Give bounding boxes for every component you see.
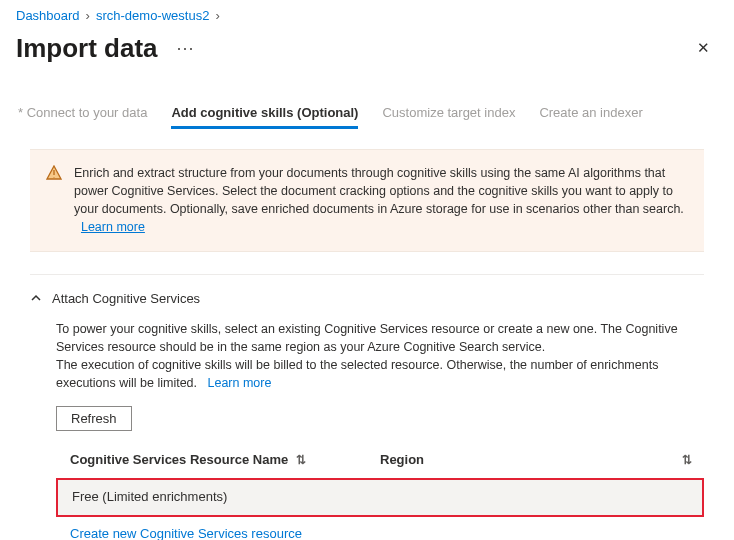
table-row[interactable]: Free (Limited enrichments) xyxy=(56,478,704,517)
cognitive-services-table: Cognitive Services Resource Name ⇅ Regio… xyxy=(56,445,704,540)
banner-learn-more-link[interactable]: Learn more xyxy=(81,220,145,234)
col-header-region[interactable]: Region ⇅ xyxy=(380,451,690,470)
resource-name-cell: Free (Limited enrichments) xyxy=(72,489,227,504)
attach-learn-more-link[interactable]: Learn more xyxy=(208,376,272,390)
breadcrumb-separator: › xyxy=(86,8,90,23)
breadcrumb-link-dashboard[interactable]: Dashboard xyxy=(16,8,80,23)
col-header-name[interactable]: Cognitive Services Resource Name ⇅ xyxy=(70,451,380,470)
attach-paragraph-1: To power your cognitive skills, select a… xyxy=(56,320,704,356)
tab-create-indexer[interactable]: Create an indexer xyxy=(539,105,642,129)
section-attach-cognitive-services: Attach Cognitive Services To power your … xyxy=(30,274,704,541)
breadcrumb-link-service[interactable]: srch-demo-westus2 xyxy=(96,8,209,23)
chevron-up-icon xyxy=(30,292,42,304)
sort-icon[interactable]: ⇅ xyxy=(296,452,304,469)
close-icon[interactable]: ✕ xyxy=(689,31,718,65)
more-icon[interactable]: ⋯ xyxy=(176,37,196,59)
breadcrumb: Dashboard › srch-demo-westus2 › xyxy=(0,0,734,27)
info-banner: Enrich and extract structure from your d… xyxy=(30,149,704,252)
section-body: To power your cognitive skills, select a… xyxy=(30,320,704,541)
banner-message: Enrich and extract structure from your d… xyxy=(74,166,684,216)
tab-customize-index[interactable]: Customize target index xyxy=(382,105,515,129)
refresh-button[interactable]: Refresh xyxy=(56,406,132,431)
warning-icon xyxy=(46,165,62,181)
col-name-label: Cognitive Services Resource Name xyxy=(70,451,288,470)
section-header-attach[interactable]: Attach Cognitive Services xyxy=(30,291,704,306)
wizard-tabs: Connect to your data Add cognitive skill… xyxy=(0,81,734,129)
tab-connect-data[interactable]: Connect to your data xyxy=(18,105,147,129)
sort-icon[interactable]: ⇅ xyxy=(682,452,690,469)
table-header: Cognitive Services Resource Name ⇅ Regio… xyxy=(56,445,704,476)
content-area: Enrich and extract structure from your d… xyxy=(0,129,734,540)
page-title: Import data xyxy=(16,33,158,64)
col-region-label: Region xyxy=(380,451,424,470)
attach-paragraph-2: The execution of cognitive skills will b… xyxy=(56,356,704,392)
create-cognitive-services-link[interactable]: Create new Cognitive Services resource xyxy=(56,525,302,540)
breadcrumb-separator: › xyxy=(215,8,219,23)
section-title: Attach Cognitive Services xyxy=(52,291,200,306)
tab-add-cognitive-skills[interactable]: Add cognitive skills (Optional) xyxy=(171,105,358,129)
title-row: Import data ⋯ ✕ xyxy=(0,27,734,81)
banner-text: Enrich and extract structure from your d… xyxy=(74,164,688,237)
